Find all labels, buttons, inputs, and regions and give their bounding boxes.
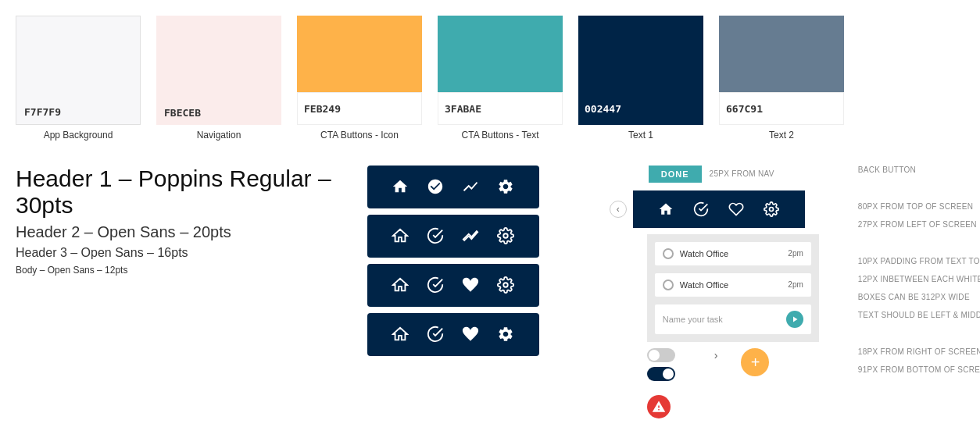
settings-icon-filled bbox=[497, 178, 514, 195]
typography-header2: Header 2 – Open Sans – 20pts bbox=[16, 223, 336, 241]
back-chevron-icon[interactable]: ‹ bbox=[610, 201, 627, 218]
task-name-1: Watch Office bbox=[680, 249, 728, 258]
swatch-label-002447: Text 1 bbox=[628, 130, 653, 142]
task-radio-2[interactable] bbox=[663, 279, 674, 290]
phone-nav-bar bbox=[633, 190, 805, 228]
swatch-item-3fabae: 3FABAE CTA Buttons - Text bbox=[438, 16, 563, 142]
task-item-1-left: Watch Office bbox=[663, 248, 728, 259]
phone-check-icon bbox=[693, 201, 709, 217]
phone-settings-icon bbox=[764, 201, 779, 217]
task-submit-arrow[interactable] bbox=[786, 311, 803, 328]
annotation-padding: 10PX PADDING FROM TEXT TO BOX EDGE bbox=[858, 257, 980, 265]
swatch-code-f7f7f9: F7F7F9 bbox=[24, 106, 61, 118]
settings-icon-4 bbox=[497, 326, 514, 343]
settings-icon-outline bbox=[497, 227, 514, 244]
settings-icon-3 bbox=[497, 276, 514, 294]
done-button[interactable]: DONE bbox=[649, 166, 702, 183]
fab-area: + bbox=[741, 348, 769, 376]
home-icon-3 bbox=[392, 276, 409, 294]
swatch-label-667c91: Text 2 bbox=[769, 130, 794, 142]
heartrate-icon-outline bbox=[462, 227, 479, 244]
task-radio-1[interactable] bbox=[663, 248, 674, 259]
annotation-left: 27PX FROM LEFT OF SCREEN bbox=[858, 220, 980, 229]
swatch-item-002447: 002447 Text 1 bbox=[578, 16, 703, 142]
svg-point-0 bbox=[504, 233, 509, 238]
annotation-right: 18PX FROM RIGHT OF SCREEN bbox=[858, 347, 980, 356]
check-circle-icon-3 bbox=[427, 276, 444, 294]
swatch-box-feb249: FEB249 bbox=[297, 16, 422, 125]
task-time-2: 2pm bbox=[788, 280, 803, 289]
phone-extras-row: › + bbox=[647, 348, 819, 381]
task-item-2-left: Watch Office bbox=[663, 279, 728, 290]
done-row: DONE 25PX FROM NAV bbox=[610, 166, 819, 183]
swatch-box-f7f7f9: F7F7F9 bbox=[16, 16, 141, 125]
swatch-code-3fabae: 3FABAE bbox=[445, 103, 481, 115]
phone-heart-icon bbox=[728, 201, 744, 217]
phone-and-annotations: DONE 25PX FROM NAV ‹ bbox=[610, 166, 964, 418]
check-circle-icon-outline bbox=[427, 227, 444, 244]
swatch-label-3fabae: CTA Buttons - Text bbox=[462, 130, 539, 142]
swatch-item-fbeceb: FBECEB Navigation bbox=[156, 16, 281, 142]
check-circle-icon-4 bbox=[427, 326, 444, 343]
svg-point-2 bbox=[770, 207, 774, 211]
icon-row-1 bbox=[367, 166, 539, 208]
typography-header3: Header 3 – Open Sans – 16pts bbox=[16, 246, 336, 260]
swatch-item-feb249: FEB249 CTA Buttons - Icon bbox=[297, 16, 422, 142]
chevron-right-area: › bbox=[683, 348, 718, 362]
typography-header1: Header 1 – Poppins Regular – 30pts bbox=[16, 166, 336, 219]
back-button-row: ‹ bbox=[610, 190, 819, 228]
task-name-2: Watch Office bbox=[680, 280, 728, 290]
chevron-right-icon: › bbox=[714, 349, 718, 361]
annotation-alignment: TEXT SHOULD BE LEFT & MIDDLE ALIGNED bbox=[858, 311, 980, 319]
annotation-between: 12PX INBETWEEN EACH WHITE BOX bbox=[858, 275, 980, 283]
toggle-group bbox=[647, 348, 675, 381]
annotation-top: 80PX FROM TOP OF SCREEN bbox=[858, 202, 980, 211]
typography-body: Body – Open Sans – 12pts bbox=[16, 265, 336, 276]
alert-triangle-icon bbox=[652, 400, 666, 414]
swatch-item-f7f7f9: F7F7F9 App Background bbox=[16, 16, 141, 142]
toggle-off[interactable] bbox=[647, 348, 675, 362]
task-item-2: Watch Office 2pm bbox=[655, 273, 811, 297]
swatch-box-002447: 002447 bbox=[578, 16, 703, 125]
swatch-label-fbeceb: Navigation bbox=[197, 130, 241, 142]
icon-rows-section bbox=[367, 166, 539, 356]
task-input-row[interactable]: Name your task bbox=[655, 304, 811, 334]
home-icon-outline bbox=[392, 227, 409, 244]
alert-icon bbox=[647, 395, 671, 418]
icon-row-2 bbox=[367, 215, 539, 258]
swatch-code-002447: 002447 bbox=[585, 103, 621, 115]
swatch-code-667c91: 667C91 bbox=[726, 103, 763, 115]
swatch-box-667c91: 667C91 bbox=[719, 16, 844, 125]
swatch-code-feb249: FEB249 bbox=[304, 103, 341, 115]
swatch-box-3fabae: 3FABAE bbox=[438, 16, 563, 125]
fab-add-button[interactable]: + bbox=[741, 348, 769, 376]
swatch-box-fbeceb: FBECEB bbox=[156, 16, 281, 125]
heartrate-icon-filled bbox=[462, 178, 479, 195]
annotation-bottom: 91PX FROM BOTTOM OF SCREEN bbox=[858, 365, 980, 374]
bottom-section: Header 1 – Poppins Regular – 30pts Heade… bbox=[16, 166, 964, 418]
task-item-1: Watch Office 2pm bbox=[655, 242, 811, 265]
task-list: Watch Office 2pm Watch Office 2pm bbox=[647, 234, 819, 342]
nav-annotation: 25PX FROM NAV bbox=[710, 169, 774, 178]
annotation-back-button: BACK BUTTON bbox=[858, 166, 980, 174]
swatch-label-feb249: CTA Buttons - Icon bbox=[320, 130, 399, 142]
toggle-on[interactable] bbox=[647, 367, 675, 381]
swatch-code-fbeceb: FBECEB bbox=[164, 107, 201, 119]
svg-point-1 bbox=[504, 283, 509, 287]
check-circle-icon-filled bbox=[427, 178, 444, 195]
swatch-item-667c91: 667C91 Text 2 bbox=[719, 16, 844, 142]
annotations-column: BACK BUTTON 80PX FROM TOP OF SCREEN 27PX… bbox=[858, 166, 980, 418]
phone-home-icon bbox=[658, 201, 674, 217]
task-input-placeholder: Name your task bbox=[663, 315, 723, 324]
task-time-1: 2pm bbox=[788, 249, 803, 258]
heartrate-icon-4 bbox=[462, 326, 479, 343]
home-icon-filled bbox=[392, 178, 409, 195]
arrow-right-icon bbox=[790, 315, 799, 324]
annotation-width: BOXES CAN BE 312PX WIDE bbox=[858, 293, 980, 301]
typography-section: Header 1 – Poppins Regular – 30pts Heade… bbox=[16, 166, 336, 276]
heartrate-icon-3 bbox=[462, 276, 479, 294]
swatch-label-f7f7f9: App Background bbox=[44, 130, 113, 142]
alert-area bbox=[647, 387, 819, 418]
phone-ui: DONE 25PX FROM NAV ‹ bbox=[610, 166, 819, 418]
icon-row-4 bbox=[367, 313, 539, 356]
